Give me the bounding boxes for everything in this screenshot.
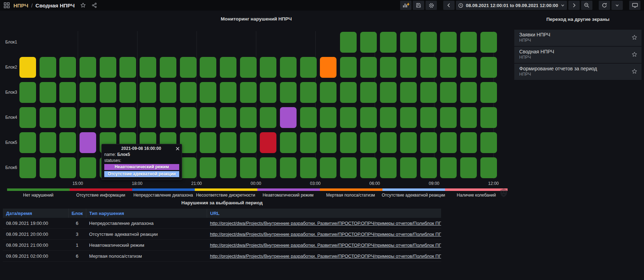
- refresh-button[interactable]: [599, 1, 610, 10]
- status-cell[interactable]: [440, 107, 457, 128]
- status-cell[interactable]: [400, 157, 417, 178]
- status-cell[interactable]: [320, 157, 336, 178]
- status-cell[interactable]: [180, 132, 197, 153]
- status-cell[interactable]: [160, 57, 176, 78]
- links-panel-title[interactable]: Переход на другие экраны: [514, 17, 642, 22]
- status-cell[interactable]: [400, 132, 417, 153]
- status-cell[interactable]: [40, 57, 56, 78]
- status-cell[interactable]: [320, 107, 336, 128]
- status-cell[interactable]: [100, 82, 116, 103]
- status-cell[interactable]: [80, 82, 96, 103]
- status-cell[interactable]: [340, 107, 357, 128]
- time-range-picker[interactable]: 08.09.2021 12:00:01 to 09.09.2021 12:00:…: [456, 1, 567, 10]
- save-dashboard-button[interactable]: [413, 1, 424, 10]
- status-cell[interactable]: [360, 107, 377, 128]
- status-cell[interactable]: [119, 57, 136, 78]
- status-cell[interactable]: [59, 57, 76, 78]
- status-cell[interactable]: [440, 32, 457, 53]
- status-cell[interactable]: [400, 57, 417, 78]
- status-cell[interactable]: [480, 107, 497, 128]
- status-cell[interactable]: [180, 57, 197, 78]
- status-cell[interactable]: [260, 82, 276, 103]
- refresh-interval-dropdown[interactable]: [611, 1, 623, 10]
- violations-panel-title[interactable]: Нарушения за выбранный период: [0, 200, 444, 205]
- status-cell[interactable]: [280, 57, 297, 78]
- status-cell[interactable]: [300, 57, 317, 78]
- status-cell[interactable]: [240, 157, 257, 178]
- status-cell[interactable]: [300, 82, 317, 103]
- status-cell[interactable]: [320, 82, 336, 103]
- table-column-header[interactable]: URL: [207, 209, 441, 218]
- status-cell[interactable]: [200, 157, 216, 178]
- status-cell[interactable]: [100, 57, 116, 78]
- status-cell[interactable]: [19, 57, 36, 78]
- status-cell[interactable]: [220, 157, 236, 178]
- status-cell[interactable]: [59, 107, 76, 128]
- status-cell[interactable]: [360, 57, 377, 78]
- dashboard-link-item[interactable]: Сводная НПРЧНПРЧ: [514, 47, 642, 63]
- status-cell[interactable]: [80, 107, 96, 128]
- status-cell[interactable]: [420, 132, 437, 153]
- status-cell[interactable]: [420, 107, 437, 128]
- status-cell[interactable]: [180, 107, 197, 128]
- status-cell[interactable]: [220, 107, 236, 128]
- status-cell[interactable]: [400, 82, 417, 103]
- status-cell[interactable]: [19, 157, 36, 178]
- status-cell[interactable]: [380, 157, 397, 178]
- status-cell[interactable]: [40, 132, 56, 153]
- status-cell[interactable]: [440, 57, 457, 78]
- status-cell[interactable]: [320, 57, 336, 78]
- status-cell[interactable]: [340, 132, 357, 153]
- status-cell[interactable]: [119, 82, 136, 103]
- status-cell[interactable]: [240, 107, 257, 128]
- status-cell[interactable]: [119, 107, 136, 128]
- status-cell[interactable]: [360, 132, 377, 153]
- status-cell[interactable]: [19, 82, 36, 103]
- status-cell[interactable]: [420, 82, 437, 103]
- status-cell[interactable]: [320, 132, 336, 153]
- status-cell[interactable]: [220, 82, 236, 103]
- breadcrumb-folder[interactable]: НПРЧ: [13, 2, 28, 8]
- status-cell[interactable]: [460, 57, 477, 78]
- status-cell[interactable]: [460, 82, 477, 103]
- status-cell[interactable]: [260, 132, 276, 153]
- status-cell[interactable]: [280, 82, 297, 103]
- status-cell[interactable]: [80, 157, 96, 178]
- monitoring-panel-title[interactable]: Мониторинг нарушений НПРЧ: [0, 16, 513, 22]
- status-cell[interactable]: [40, 157, 56, 178]
- status-cell[interactable]: [420, 57, 437, 78]
- table-column-header[interactable]: Дата/время: [3, 209, 68, 218]
- dashboard-settings-button[interactable]: [426, 1, 437, 10]
- status-cell[interactable]: [220, 132, 236, 153]
- status-cell[interactable]: [440, 132, 457, 153]
- status-cell[interactable]: [200, 132, 216, 153]
- status-cell[interactable]: [80, 57, 96, 78]
- status-cell[interactable]: [240, 132, 257, 153]
- status-cell[interactable]: [260, 57, 276, 78]
- status-cell[interactable]: [300, 107, 317, 128]
- report-link[interactable]: http://project/dwa/Projects/Внутренние р…: [210, 243, 441, 248]
- status-cell[interactable]: [420, 32, 437, 53]
- status-cell[interactable]: [280, 157, 297, 178]
- time-back-button[interactable]: [443, 1, 455, 10]
- status-cell[interactable]: [260, 107, 276, 128]
- report-link[interactable]: http://project/dwa/Projects/Внутренние р…: [210, 253, 441, 259]
- status-cell[interactable]: [340, 57, 357, 78]
- status-cell[interactable]: [140, 107, 156, 128]
- cycle-view-mode-button[interactable]: [629, 1, 640, 10]
- status-cell[interactable]: [280, 132, 297, 153]
- status-cell[interactable]: [460, 132, 477, 153]
- status-cell[interactable]: [480, 157, 497, 178]
- status-cell[interactable]: [380, 107, 397, 128]
- star-icon[interactable]: [80, 2, 86, 8]
- star-icon[interactable]: [632, 35, 637, 40]
- status-cell[interactable]: [380, 82, 397, 103]
- status-cell[interactable]: [240, 82, 257, 103]
- status-cell[interactable]: [280, 107, 297, 128]
- status-cell[interactable]: [420, 157, 437, 178]
- status-cell[interactable]: [80, 132, 96, 153]
- zoom-out-button[interactable]: [581, 1, 592, 10]
- status-cell[interactable]: [380, 32, 397, 53]
- status-cell[interactable]: [360, 32, 377, 53]
- apps-grid-icon[interactable]: [4, 2, 10, 8]
